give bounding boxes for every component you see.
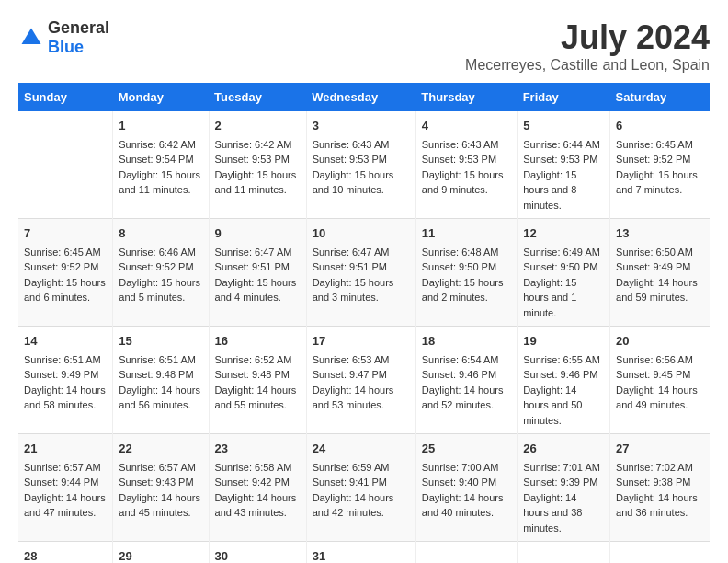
cell-2-2: 16Sunrise: 6:52 AMSunset: 9:48 PMDayligh… (209, 327, 306, 434)
logo-general: General (48, 18, 109, 37)
cell-sunset: Sunset: 9:52 PM (24, 261, 98, 272)
cell-daylight: Daylight: 15 hours and 3 minutes. (313, 277, 394, 304)
date-number: 31 (313, 547, 410, 563)
cell-sunset: Sunset: 9:51 PM (313, 261, 387, 272)
cell-sunrise: Sunrise: 6:45 AM (24, 247, 101, 258)
cell-sunset: Sunset: 9:41 PM (313, 477, 387, 488)
header-row: Sunday Monday Tuesday Wednesday Thursday… (18, 83, 710, 111)
cell-sunset: Sunset: 9:53 PM (523, 154, 597, 165)
cell-daylight: Daylight: 14 hours and 56 minutes. (119, 385, 200, 411)
title-area: July 2024 Mecerreyes, Castille and Leon,… (465, 18, 710, 74)
cell-daylight: Daylight: 14 hours and 45 minutes. (119, 492, 200, 519)
cell-0-1: 1Sunrise: 6:42 AMSunset: 9:54 PMDaylight… (113, 111, 209, 219)
cell-4-1: 29Sunrise: 7:04 AMSunset: 9:36 PMDayligh… (113, 542, 209, 564)
col-thursday: Thursday (415, 83, 517, 111)
cell-sunset: Sunset: 9:46 PM (523, 369, 597, 380)
cell-sunrise: Sunrise: 6:42 AM (119, 139, 196, 150)
date-number: 2 (215, 117, 301, 135)
cell-sunset: Sunset: 9:38 PM (616, 477, 690, 488)
cell-daylight: Daylight: 15 hours and 1 minute. (523, 277, 576, 318)
main-title: July 2024 (465, 18, 710, 57)
date-number: 10 (313, 224, 410, 243)
cell-sunset: Sunset: 9:52 PM (616, 154, 690, 165)
date-number: 17 (313, 332, 410, 350)
cell-sunset: Sunset: 9:47 PM (313, 369, 387, 380)
date-number: 9 (215, 224, 301, 243)
cell-sunset: Sunset: 9:45 PM (616, 369, 690, 380)
cell-3-1: 22Sunrise: 6:57 AMSunset: 9:43 PMDayligh… (113, 434, 209, 542)
cell-sunrise: Sunrise: 6:47 AM (215, 247, 292, 258)
cell-1-1: 8Sunrise: 6:46 AMSunset: 9:52 PMDaylight… (113, 219, 209, 327)
col-tuesday: Tuesday (209, 83, 306, 111)
cell-0-3: 3Sunrise: 6:43 AMSunset: 9:53 PMDaylight… (306, 111, 415, 219)
cell-2-3: 17Sunrise: 6:53 AMSunset: 9:47 PMDayligh… (306, 327, 415, 434)
col-saturday: Saturday (610, 83, 710, 111)
date-number: 22 (119, 440, 202, 458)
cell-sunrise: Sunrise: 6:47 AM (313, 247, 390, 258)
cell-daylight: Daylight: 15 hours and 9 minutes. (422, 169, 504, 196)
cell-sunrise: Sunrise: 6:55 AM (523, 354, 600, 365)
cell-daylight: Daylight: 15 hours and 8 minutes. (523, 169, 576, 211)
date-number: 18 (422, 332, 511, 350)
date-number: 13 (616, 224, 704, 243)
date-number: 23 (215, 440, 301, 458)
cell-1-5: 12Sunrise: 6:49 AMSunset: 9:50 PMDayligh… (518, 219, 610, 327)
cell-sunset: Sunset: 9:40 PM (422, 477, 496, 488)
cell-sunrise: Sunrise: 6:56 AM (616, 354, 693, 365)
cell-sunrise: Sunrise: 7:02 AM (616, 462, 693, 473)
cell-daylight: Daylight: 14 hours and 58 minutes. (24, 385, 106, 411)
cell-1-6: 13Sunrise: 6:50 AMSunset: 9:49 PMDayligh… (610, 219, 710, 327)
cell-sunrise: Sunrise: 6:58 AM (215, 462, 292, 473)
cell-daylight: Daylight: 14 hours and 36 minutes. (616, 492, 698, 519)
date-number: 15 (119, 332, 202, 350)
cell-1-2: 9Sunrise: 6:47 AMSunset: 9:51 PMDaylight… (209, 219, 306, 327)
cell-daylight: Daylight: 15 hours and 6 minutes. (24, 277, 106, 304)
cell-sunset: Sunset: 9:44 PM (24, 477, 98, 488)
cell-daylight: Daylight: 14 hours and 50 minutes. (523, 385, 582, 426)
cell-daylight: Daylight: 14 hours and 59 minutes. (616, 277, 698, 304)
date-number: 29 (119, 547, 202, 563)
date-number: 4 (422, 117, 511, 135)
cell-sunset: Sunset: 9:42 PM (215, 477, 290, 488)
cell-sunrise: Sunrise: 6:44 AM (523, 139, 600, 150)
cell-sunrise: Sunrise: 6:53 AM (313, 354, 390, 365)
cell-daylight: Daylight: 14 hours and 49 minutes. (616, 385, 698, 411)
cell-sunrise: Sunrise: 7:00 AM (422, 462, 499, 473)
cell-sunrise: Sunrise: 6:51 AM (24, 354, 101, 365)
logo-text: General Blue (48, 18, 109, 57)
cell-0-6: 6Sunrise: 6:45 AMSunset: 9:52 PMDaylight… (610, 111, 710, 219)
cell-sunrise: Sunrise: 6:54 AM (422, 354, 499, 365)
logo-blue: Blue (48, 38, 84, 56)
cell-sunset: Sunset: 9:46 PM (422, 369, 496, 380)
date-number: 30 (215, 547, 301, 563)
cell-sunset: Sunset: 9:39 PM (523, 477, 597, 488)
cell-daylight: Daylight: 14 hours and 38 minutes. (523, 492, 582, 534)
cell-sunrise: Sunrise: 6:59 AM (313, 462, 390, 473)
calendar-body: 1Sunrise: 6:42 AMSunset: 9:54 PMDaylight… (18, 111, 710, 563)
date-number: 21 (24, 440, 107, 458)
week-row-3: 21Sunrise: 6:57 AMSunset: 9:44 PMDayligh… (18, 434, 710, 542)
cell-3-4: 25Sunrise: 7:00 AMSunset: 9:40 PMDayligh… (415, 434, 517, 542)
cell-sunset: Sunset: 9:48 PM (215, 369, 290, 380)
cell-daylight: Daylight: 15 hours and 11 minutes. (215, 169, 297, 196)
cell-daylight: Daylight: 14 hours and 43 minutes. (215, 492, 297, 519)
date-number: 19 (523, 332, 604, 350)
cell-daylight: Daylight: 14 hours and 52 minutes. (422, 385, 504, 411)
date-number: 20 (616, 332, 704, 350)
cell-1-3: 10Sunrise: 6:47 AMSunset: 9:51 PMDayligh… (306, 219, 415, 327)
header: General Blue July 2024 Mecerreyes, Casti… (18, 18, 710, 74)
date-number: 27 (616, 440, 704, 458)
date-number: 28 (24, 547, 107, 563)
cell-sunrise: Sunrise: 6:48 AM (422, 247, 499, 258)
cell-sunset: Sunset: 9:43 PM (119, 477, 193, 488)
cell-3-0: 21Sunrise: 6:57 AMSunset: 9:44 PMDayligh… (18, 434, 113, 542)
cell-sunrise: Sunrise: 6:43 AM (313, 139, 390, 150)
cell-sunrise: Sunrise: 6:57 AM (24, 462, 101, 473)
date-number: 1 (119, 117, 202, 135)
cell-3-2: 23Sunrise: 6:58 AMSunset: 9:42 PMDayligh… (209, 434, 306, 542)
col-sunday: Sunday (18, 83, 113, 111)
cell-sunrise: Sunrise: 6:45 AM (616, 139, 693, 150)
cell-4-2: 30Sunrise: 7:05 AMSunset: 9:35 PMDayligh… (209, 542, 306, 564)
date-number: 16 (215, 332, 301, 350)
subtitle: Mecerreyes, Castille and Leon, Spain (465, 57, 710, 74)
